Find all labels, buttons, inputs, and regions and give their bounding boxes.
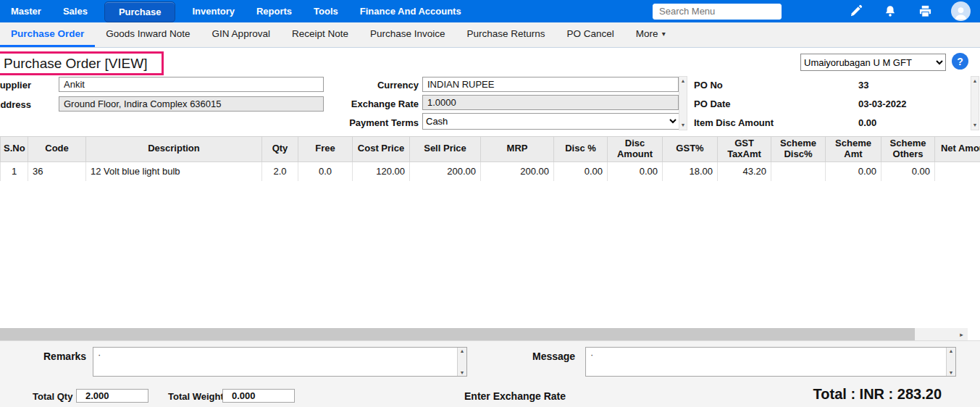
col-header-code: Code (28, 137, 86, 162)
grand-total: Total : INR : 283.20 (813, 386, 942, 403)
app-window: Master Sales Purchase Inventory Reports … (0, 0, 980, 407)
cell-mrp: 200.00 (481, 161, 554, 181)
cell-scheme-disc-pct (771, 161, 826, 181)
message-textarea[interactable]: · (585, 347, 956, 377)
horizontal-scrollbar-thumb[interactable] (0, 328, 915, 340)
scroll-right-icon[interactable]: ▸ (955, 328, 968, 340)
col-header-gst-pct: GST% (663, 137, 718, 162)
printer-icon[interactable] (916, 3, 934, 20)
currency-input[interactable] (422, 77, 679, 92)
scroll-up-icon[interactable]: ▲ (973, 77, 978, 85)
cell-gst-pct: 18.00 (663, 161, 718, 181)
table-row[interactable]: 1 36 12 Volt blue light bulb 2.0 0.0 120… (1, 161, 980, 181)
supplier-label: Supplier (0, 80, 31, 91)
menu-item-sales[interactable]: Sales (52, 0, 99, 22)
po-no-label: PO No (694, 80, 723, 91)
company-select[interactable]: Umaiyorubagan U M GFT (800, 54, 946, 71)
items-table-viewport: S.No Code Description Qty Free Cost Pric… (0, 136, 980, 181)
menu-item-inventory[interactable]: Inventory (181, 0, 246, 22)
item-disc-amount-value: 0.00 (858, 117, 876, 128)
col-header-scheme-disc-pct: Scheme Disc% (771, 137, 826, 162)
scroll-down-icon[interactable]: ▼ (460, 369, 465, 376)
col-header-sell-price: Sell Price (410, 137, 481, 162)
status-hint: Enter Exchange Rate (464, 390, 566, 402)
brush-icon[interactable] (847, 3, 864, 20)
cell-code: 36 (28, 161, 86, 181)
tab-receipt-note[interactable]: Receipt Note (281, 22, 359, 47)
col-header-disc-pct: Disc % (554, 137, 608, 162)
scroll-down-icon[interactable]: ▼ (973, 121, 978, 130)
col-header-disc-amount: Disc Amount (608, 137, 663, 162)
table-header-row: S.No Code Description Qty Free Cost Pric… (1, 137, 980, 162)
total-qty-label: Total Qty (33, 391, 72, 402)
cell-description: 12 Volt blue light bulb (86, 161, 262, 181)
tab-purchase-returns[interactable]: Purchase Returns (456, 22, 556, 47)
scroll-up-icon[interactable]: ▲ (460, 348, 465, 354)
title-highlight-box: Purchase Order [VIEW] (0, 51, 164, 75)
form-right-scrollbar[interactable]: ▲ ▼ (971, 76, 979, 130)
cell-scheme-amt: 0.00 (826, 161, 881, 181)
col-header-mrp: MRP (481, 137, 554, 162)
payment-terms-label: Payment Terms (333, 117, 419, 128)
col-header-scheme-amt: Scheme Amt (826, 137, 881, 162)
cell-free: 0.0 (298, 161, 353, 181)
total-qty-input[interactable] (76, 389, 148, 403)
menu-item-tools[interactable]: Tools (303, 0, 349, 22)
menu-item-master[interactable]: Master (0, 0, 52, 22)
message-label: Message (532, 351, 575, 362)
col-header-free: Free (298, 137, 353, 162)
col-header-sno: S.No (1, 137, 28, 162)
tab-more[interactable]: More ▾ (625, 22, 677, 47)
po-date-label: PO Date (694, 98, 731, 109)
tab-purchase-invoice[interactable]: Purchase Invoice (359, 22, 456, 47)
search-menu-input[interactable] (653, 4, 782, 20)
address-label: Address (0, 99, 31, 110)
user-avatar[interactable] (951, 1, 971, 21)
horizontal-scrollbar[interactable]: ▸ (0, 328, 980, 340)
total-weight-input[interactable] (222, 389, 295, 403)
po-date-value: 03-03-2022 (858, 98, 907, 109)
tab-purchase-order[interactable]: Purchase Order (0, 22, 95, 47)
scroll-up-icon[interactable]: ▲ (949, 348, 954, 354)
cell-disc-amount: 0.00 (608, 161, 663, 181)
po-no-value: 33 (858, 80, 868, 91)
main-menu: Master Sales Purchase Inventory Reports … (0, 0, 472, 22)
tab-po-cancel[interactable]: PO Cancel (556, 22, 625, 47)
cell-qty: 2.0 (262, 161, 298, 181)
scroll-up-icon[interactable]: ▲ (681, 77, 686, 85)
tab-goods-inward-note[interactable]: Goods Inward Note (95, 22, 201, 47)
topbar-right-section (653, 1, 980, 21)
message-scrollbar[interactable]: ▲ ▼ (946, 348, 955, 376)
menu-item-reports[interactable]: Reports (246, 0, 303, 22)
col-header-gst-taxamt: GST TaxAmt (718, 137, 771, 162)
items-table: S.No Code Description Qty Free Cost Pric… (0, 136, 980, 181)
cell-net-amount (935, 161, 980, 181)
currency-label: Currency (333, 80, 419, 91)
tab-gin-approval[interactable]: GIN Approval (201, 22, 281, 47)
top-navigation-bar: Master Sales Purchase Inventory Reports … (0, 0, 980, 22)
exchange-rate-input[interactable] (422, 95, 679, 110)
col-header-scheme-others: Scheme Others (881, 137, 935, 162)
scroll-down-icon[interactable]: ▼ (949, 369, 954, 376)
cell-gst-taxamt: 43.20 (718, 161, 771, 181)
bell-icon[interactable] (881, 3, 899, 20)
remarks-textarea[interactable]: · (93, 347, 467, 377)
form-middle-scrollbar[interactable]: ▲ ▼ (679, 76, 687, 130)
col-header-cost-price: Cost Price (353, 137, 410, 162)
cell-sno: 1 (1, 161, 28, 181)
page-title: Purchase Order [VIEW] (0, 56, 148, 72)
remarks-scrollbar[interactable]: ▲ ▼ (457, 348, 466, 376)
cell-disc-pct: 0.00 (554, 161, 608, 181)
scroll-down-icon[interactable]: ▼ (681, 121, 686, 130)
exchange-rate-label: Exchange Rate (333, 98, 419, 109)
cell-scheme-others: 0.00 (881, 161, 935, 181)
payment-terms-select[interactable]: Cash (422, 113, 679, 130)
remarks-label: Remarks (43, 351, 86, 362)
menu-item-purchase[interactable]: Purchase (104, 1, 176, 22)
help-button[interactable]: ? (952, 53, 968, 70)
footer-panel: Remarks · ▲ ▼ Message · ▲ ▼ Total Qty To… (0, 340, 980, 407)
menu-item-finance-and-accounts[interactable]: Finance And Accounts (349, 0, 472, 22)
item-disc-amount-label: Item Disc Amount (694, 117, 774, 128)
address-input[interactable] (59, 96, 324, 112)
supplier-input[interactable] (59, 77, 324, 92)
